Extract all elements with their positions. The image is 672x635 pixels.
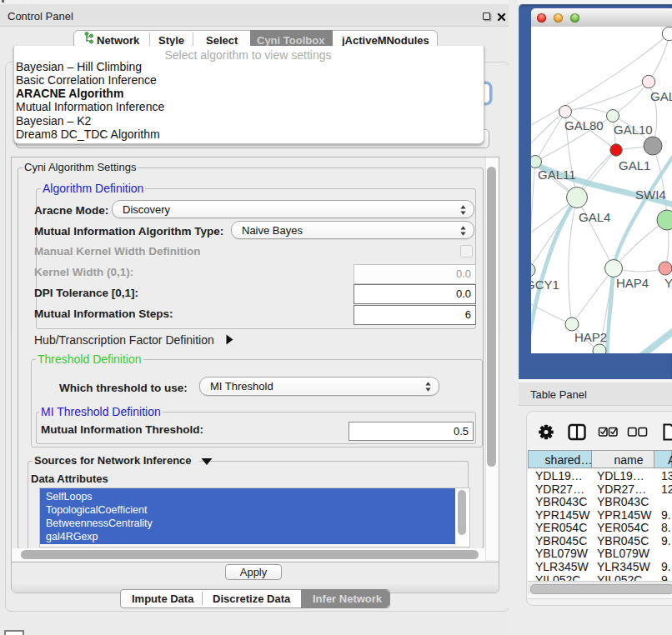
- svg-text:GAL4: GAL4: [579, 210, 610, 224]
- svg-text:SWI4: SWI4: [635, 188, 666, 202]
- svg-text:GAL2: GAL2: [650, 89, 672, 103]
- svg-text:GAL80: GAL80: [564, 118, 604, 132]
- svg-text:GAL10: GAL10: [614, 122, 653, 137]
- svg-text:GCY1: GCY1: [531, 278, 559, 292]
- svg-text:YP: YP: [664, 276, 672, 290]
- svg-text:GAL1: GAL1: [619, 158, 650, 172]
- svg-text:GAL11: GAL11: [538, 168, 576, 182]
- svg-text:HAP2: HAP2: [574, 330, 607, 344]
- svg-text:HAP4: HAP4: [616, 276, 649, 290]
